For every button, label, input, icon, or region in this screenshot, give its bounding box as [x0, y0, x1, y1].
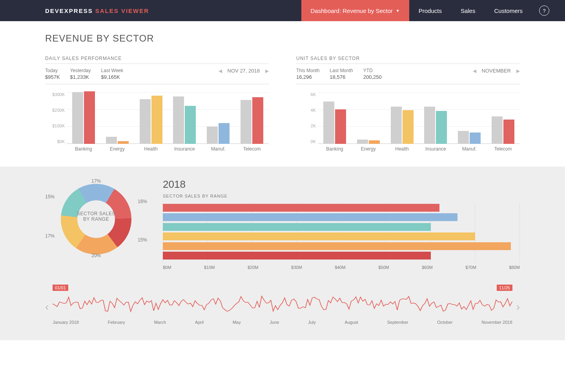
spark-next-icon[interactable]: › [516, 301, 520, 313]
unit-metric-label: Last Month [330, 68, 353, 73]
category-label: Telecom [494, 146, 512, 152]
daily-sales-title: DAILY SALES PERFORMANCE [45, 56, 269, 64]
logo-product: SALES VIEWER [95, 7, 149, 14]
date-next-icon[interactable]: ▶ [265, 68, 269, 74]
bar [72, 92, 83, 144]
xaxis-tick: $0M [163, 265, 171, 270]
spark-month-label: May [233, 320, 241, 325]
daily-metric-label: Yesterday [70, 68, 91, 73]
range-sparkline-chart[interactable]: 01/01 11/25 January 2018FebruaryMarchApr… [53, 289, 512, 325]
sector-donut-chart: SECTOR SALES BY RANGE 17% 16% 15% 20% 17… [45, 178, 147, 254]
bar-group: Health [134, 92, 168, 144]
daily-metric-label: Last Week [101, 68, 123, 73]
xaxis-tick: $20M [248, 265, 259, 270]
range-sparkline-row: ‹ 01/01 11/25 January 2018FebruaryMarchA… [45, 289, 520, 325]
bar [241, 100, 252, 144]
category-label: Manuf. [462, 146, 477, 152]
spark-month-label: November 2018 [481, 320, 512, 325]
xaxis-tick: $40M [335, 265, 346, 270]
unit-metric-label: YTD [363, 68, 382, 73]
bar [357, 140, 368, 144]
app-header: DEVEXPRESS SALES VIEWER Dashboard: Reven… [0, 0, 565, 21]
bar [391, 107, 402, 144]
bar [84, 91, 95, 144]
spark-month-label: March [154, 320, 166, 325]
bar-group: Banking [67, 92, 100, 144]
bar [219, 123, 230, 144]
unit-sales-title: UNIT SALES BY SECTOR [296, 56, 520, 64]
spark-month-label: February [108, 320, 125, 325]
unit-date: NOVEMBER [482, 68, 511, 74]
bar [118, 141, 129, 144]
spark-month-label: June [270, 320, 279, 325]
logo-brand: DEVEXPRESS [45, 7, 93, 14]
bar [424, 107, 435, 144]
bar [185, 106, 196, 144]
nav-products[interactable]: Products [409, 0, 451, 21]
range-year: 2018 [163, 178, 520, 191]
nav-sales[interactable]: Sales [451, 0, 485, 21]
date-prev-icon[interactable]: ◀ [473, 68, 476, 74]
yaxis-tick: 6K [296, 92, 316, 97]
daily-metric-value: $1,233K [70, 74, 91, 80]
category-label: Health [144, 146, 158, 152]
category-label: Banking [326, 146, 343, 152]
xaxis-tick: $50M [378, 265, 389, 270]
help-button[interactable]: ? [539, 5, 549, 16]
daily-sales-chart: $300K$200K$100K$0K BankingEnergyHealthIn… [45, 92, 269, 151]
spark-month-label: September [387, 320, 408, 325]
bar-group: Insurance [168, 92, 201, 144]
nav-customers[interactable]: Customers [485, 0, 532, 21]
category-label: Banking [75, 146, 92, 152]
daily-metric-value: $9,165K [101, 74, 123, 80]
bar-group: Energy [100, 92, 134, 144]
unit-metric-value: 18,576 [330, 74, 353, 80]
yaxis-tick: $0K [45, 139, 65, 144]
app-logo: DEVEXPRESS SALES VIEWER [0, 0, 149, 21]
category-label: Telecom [243, 146, 261, 152]
chevron-down-icon: ▼ [396, 9, 400, 13]
sector-hbars-panel: 2018 SECTOR SALES BY RANGE $0M$10M$20M$3… [163, 178, 520, 270]
category-label: Manuf. [211, 146, 226, 152]
spark-month-label: July [308, 320, 316, 325]
bar [492, 116, 503, 144]
hbar [163, 232, 475, 240]
nav-dashboard[interactable]: Dashboard: Revenue by Sector ▼ [301, 0, 409, 21]
range-section: SECTOR SALES BY RANGE 17% 16% 15% 20% 17… [0, 167, 565, 340]
hbar [163, 252, 431, 260]
category-label: Energy [361, 146, 376, 152]
bar [207, 127, 218, 144]
spark-prev-icon[interactable]: ‹ [45, 301, 49, 313]
daily-metric-label: Today [45, 68, 60, 73]
hbar [163, 223, 431, 231]
bar [458, 131, 469, 144]
bar [470, 132, 481, 144]
spark-month-label: October [437, 320, 452, 325]
spark-end-tag: 11/25 [497, 285, 512, 291]
bar [403, 110, 414, 144]
unit-metric-value: 200,250 [363, 74, 382, 80]
date-prev-icon[interactable]: ◀ [219, 68, 222, 74]
donut-title-2: BY RANGE [83, 216, 109, 222]
daily-metric-value: $957K [45, 74, 60, 80]
bar [173, 96, 184, 144]
unit-sales-chart: 6K4K2K0K BankingEnergyHealthInsuranceMan… [296, 92, 520, 151]
bar [335, 109, 346, 144]
date-next-icon[interactable]: ▶ [516, 68, 520, 74]
category-label: Insurance [425, 146, 446, 152]
spark-month-label: April [195, 320, 204, 325]
bar [436, 111, 447, 144]
yaxis-tick: 0K [296, 139, 316, 144]
bar-group: Telecom [235, 92, 269, 144]
unit-metric-label: This Month [296, 68, 319, 73]
spark-start-tag: 01/01 [53, 285, 68, 291]
bar-group: Manuf. [201, 92, 235, 144]
yaxis-tick: 2K [296, 123, 316, 128]
hbar [163, 213, 457, 221]
xaxis-tick: $70M [465, 265, 476, 270]
sector-hbars-chart: $0M$10M$20M$30M$40M$50M$60M$70M$80M [163, 203, 520, 270]
hbar [163, 204, 439, 212]
bar [503, 120, 514, 144]
spark-month-label: January 2018 [53, 320, 79, 325]
yaxis-tick: $300K [45, 92, 65, 97]
